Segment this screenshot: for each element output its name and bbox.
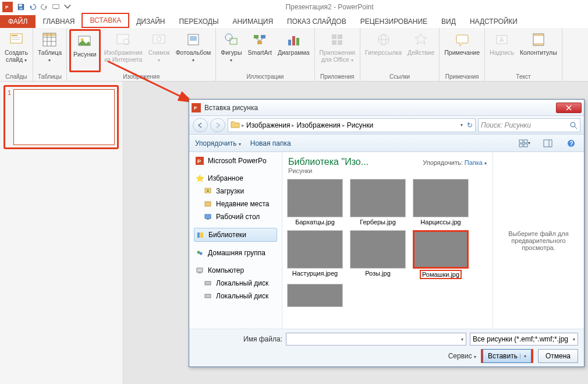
cancel-button[interactable]: Отмена	[538, 349, 578, 363]
svg-rect-63	[197, 232, 200, 238]
view-mode-button[interactable]: ▾	[518, 137, 532, 150]
online-pictures-label: Изображения из Интернета	[104, 50, 143, 63]
refresh-icon[interactable]: ↻	[467, 121, 473, 129]
file-item[interactable]	[286, 284, 344, 308]
redo-icon[interactable]	[38, 1, 50, 13]
dialog-titlebar[interactable]: P Вставка рисунка	[189, 100, 584, 116]
file-thumbnail	[287, 230, 343, 269]
tab-home[interactable]: ГЛАВНАЯ	[36, 15, 82, 28]
table-button[interactable]: Таблица▾	[36, 29, 64, 72]
file-name: Нарциссы.jpg	[412, 219, 470, 226]
tab-transitions[interactable]: ПЕРЕХОДЫ	[172, 15, 226, 28]
folder-icon	[231, 120, 240, 130]
insert-button[interactable]: Вставить▾	[481, 349, 533, 363]
help-button[interactable]: ?	[564, 137, 578, 150]
filename-input[interactable]: ▾	[286, 333, 466, 346]
online-pictures-button[interactable]: Изображения из Интернета	[102, 29, 145, 72]
qat-customize-icon[interactable]	[62, 1, 73, 13]
file-item[interactable]: Розы.jpg	[349, 230, 407, 279]
pictures-button[interactable]: Рисунки	[69, 29, 101, 72]
dialog-sidebar: PMicrosoft PowerPo ⭐Избранное Загрузки Н…	[189, 152, 282, 329]
start-slideshow-icon[interactable]	[50, 1, 62, 13]
new-folder-button[interactable]: Новая папка	[250, 139, 291, 147]
file-item[interactable]: Герберы.jpg	[349, 179, 407, 226]
header-footer-icon	[529, 30, 548, 49]
powerpoint-icon: P	[192, 103, 201, 112]
svg-rect-53	[544, 140, 552, 147]
disk-icon	[203, 279, 212, 288]
tab-file[interactable]: ФАЙЛ	[0, 15, 36, 28]
nav-back-button[interactable]	[193, 118, 208, 132]
file-item[interactable]: Настурция.jpeg	[286, 230, 344, 279]
photo-album-button[interactable]: Фотоальбом▾	[173, 29, 214, 72]
sidebar-downloads[interactable]: Загрузки	[194, 185, 277, 198]
slide-preview	[13, 89, 115, 145]
svg-rect-70	[205, 294, 211, 298]
action-icon	[412, 30, 430, 49]
nav-forward-button[interactable]	[210, 118, 225, 132]
file-item[interactable]: Бархатцы.jpg	[286, 179, 344, 226]
tab-addins[interactable]: НАДСТРОЙКИ	[463, 15, 525, 28]
svg-rect-35	[338, 40, 342, 45]
file-item[interactable]: Нарциссы.jpg	[412, 179, 470, 226]
sidebar-homegroup[interactable]: Домашняя группа	[194, 246, 277, 259]
header-footer-button[interactable]: Колонтитулы	[518, 29, 559, 72]
file-thumbnail	[350, 179, 406, 217]
sidebar-favorites[interactable]: ⭐Избранное	[194, 172, 277, 185]
svg-rect-31	[296, 38, 299, 45]
sidebar-disk-d[interactable]: Локальный диск	[194, 290, 277, 302]
tab-insert[interactable]: ВСТАВКА	[82, 13, 129, 28]
close-button[interactable]	[556, 103, 582, 113]
slide-thumbnail-1[interactable]: 1	[3, 85, 119, 149]
sort-dropdown[interactable]: Папка ▾	[465, 159, 487, 166]
tab-review[interactable]: РЕЦЕНЗИРОВАНИЕ	[353, 15, 434, 28]
hyperlink-button[interactable]: Гиперссылка	[363, 29, 404, 72]
svg-text:P: P	[197, 158, 201, 164]
tab-animation[interactable]: АНИМАЦИЯ	[226, 15, 280, 28]
file-thumbnail	[413, 179, 469, 217]
path-seg-2[interactable]: Изображения	[296, 121, 340, 129]
textbox-button[interactable]: A Надпись	[487, 29, 516, 72]
svg-rect-60	[205, 202, 211, 206]
slide-thumbnails: 1	[0, 82, 122, 384]
sidebar-desktop[interactable]: Рабочий стол	[194, 210, 277, 223]
file-list[interactable]: Бархатцы.jpg Герберы.jpg Нарциссы.jpg На…	[282, 177, 493, 329]
sidebar-computer[interactable]: Компьютер	[194, 264, 277, 277]
preview-pane-button[interactable]	[541, 137, 555, 150]
sidebar-libraries[interactable]: Библиотеки	[194, 228, 277, 242]
undo-icon[interactable]	[27, 1, 38, 13]
download-icon	[203, 186, 212, 196]
organize-dropdown[interactable]: Упорядочить ▾	[195, 139, 241, 147]
chart-button[interactable]: Диаграмма	[275, 29, 312, 72]
new-slide-button[interactable]: Создать слайд ▾	[2, 29, 30, 72]
svg-rect-3	[19, 5, 22, 7]
smartart-button[interactable]: SmartArt	[245, 29, 274, 72]
path-seg-3[interactable]: Рисунки	[347, 121, 373, 129]
screenshot-button[interactable]: Снимок▾	[146, 29, 172, 72]
sidebar-recent[interactable]: Недавние места	[194, 198, 277, 210]
path-dropdown-icon[interactable]: ▾	[461, 122, 463, 128]
file-thumbnail	[287, 284, 343, 307]
library-icon	[196, 230, 205, 239]
sidebar-disk-c[interactable]: Локальный диск	[194, 277, 277, 290]
tab-design[interactable]: ДИЗАЙН	[129, 15, 172, 28]
svg-rect-67	[197, 268, 203, 272]
sidebar-mspowerpoint[interactable]: PMicrosoft PowerPo	[194, 154, 277, 167]
tools-dropdown[interactable]: Сервис ▾	[448, 352, 476, 360]
search-input[interactable]: Поиск: Рисунки	[478, 118, 580, 132]
table-label: Таблица▾	[38, 50, 62, 63]
tab-view[interactable]: ВИД	[434, 15, 463, 28]
save-icon[interactable]	[15, 1, 27, 13]
apps-button[interactable]: Приложения для Office ▾	[317, 29, 357, 72]
group-slides: Слайды	[2, 72, 30, 81]
action-button[interactable]: Действие	[405, 29, 437, 72]
tab-slideshow[interactable]: ПОКАЗ СЛАЙДОВ	[280, 15, 353, 28]
shapes-button[interactable]: Фигуры▾	[218, 29, 244, 72]
comment-button[interactable]: Примечание	[442, 29, 482, 72]
textbox-label: Надпись	[490, 50, 514, 57]
filetype-dropdown[interactable]: Все рисунки (*.emf;*.wmf;*.jpg▾	[470, 333, 578, 346]
path-seg-1[interactable]: Изображения	[246, 121, 290, 129]
file-item-selected[interactable]: Ромашки.jpg	[412, 230, 470, 279]
filename-label: Имя файла:	[195, 335, 282, 343]
breadcrumb[interactable]: ▸ Изображения ▸ Изображения ▸ Рисунки ▾ …	[228, 118, 476, 132]
